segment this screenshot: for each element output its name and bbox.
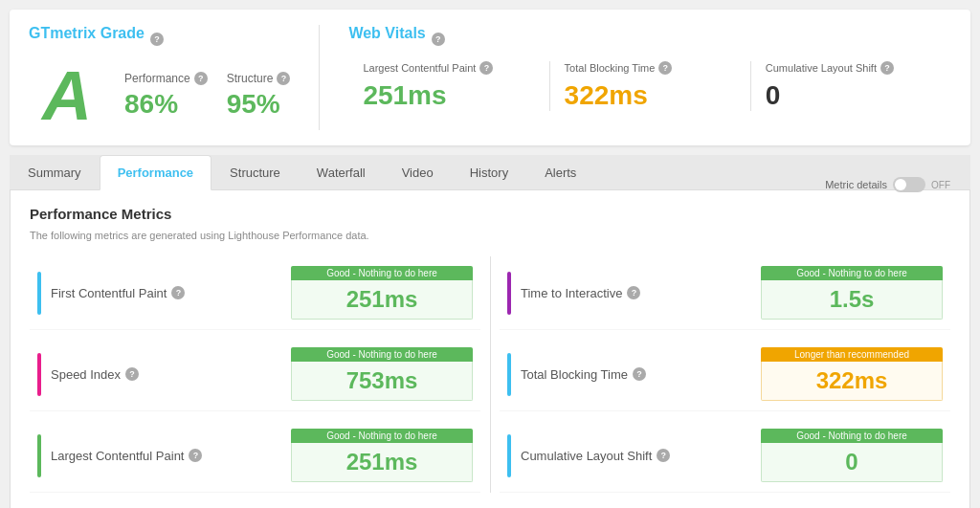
performance-value: 86% [124,89,178,120]
structure-metric: Structure ? 95% [227,72,291,120]
right-metrics-col: Time to Interactive ? Good - Nothing to … [500,256,950,493]
lcp-value-box: Good - Nothing to do here 251ms [291,429,473,482]
performance-metric: Performance ? 86% [124,72,208,120]
tti-bar [507,272,511,315]
tab-alerts[interactable]: Alerts [526,155,594,190]
grade-metrics: Performance ? 86% Structure ? 95% [124,72,290,120]
grade-value: A [29,61,105,130]
toggle-switch[interactable] [893,177,925,192]
top-metrics-section: GTmetrix Grade ? A Performance ? 86% [10,10,970,145]
main-content: Performance Metrics Metric details OFF T… [10,190,970,508]
si-row: Speed Index ? Good - Nothing to do here … [30,338,480,411]
web-vitals-title: Web Vitals [348,25,425,42]
lcp-value: 251ms [363,80,534,111]
tbt-value-box: Longer than recommended 322ms [761,347,943,401]
si-name: Speed Index ? [51,367,291,382]
fcp-bar [37,272,41,315]
tbt-bar [507,353,511,396]
metrics-grid: First Contentful Paint ? Good - Nothing … [30,256,950,493]
left-metrics-col: First Contentful Paint ? Good - Nothing … [30,256,480,493]
si-info-icon[interactable]: ? [125,367,139,381]
performance-info-icon[interactable]: ? [194,72,208,85]
fcp-badge: Good - Nothing to do here [291,266,473,280]
lcp-row-name: Largest Contentful Paint ? [51,449,291,463]
gtmetrix-info-icon[interactable]: ? [150,33,164,46]
cls-value-box: Good - Nothing to do here 0 [761,429,943,482]
web-vitals-info-icon[interactable]: ? [432,33,445,46]
si-value-box: Good - Nothing to do here 753ms [291,347,473,401]
toggle-knob [895,179,906,190]
tti-badge: Good - Nothing to do here [761,266,943,280]
tbt-row-info-icon[interactable]: ? [633,367,646,381]
performance-metrics-title: Performance Metrics [30,206,171,222]
tbt-info-icon[interactable]: ? [658,61,672,75]
structure-label: Structure ? [227,72,291,85]
structure-value: 95% [227,89,280,120]
lcp-info-icon[interactable]: ? [479,61,493,75]
metric-details-label: Metric details [825,179,887,190]
tbt-badge: Longer than recommended [761,347,943,362]
gtmetrix-title: GTmetrix Grade [29,25,145,42]
tti-row: Time to Interactive ? Good - Nothing to … [500,256,950,330]
tbt-label: Total Blocking Time ? [565,61,736,75]
gtmetrix-grade-section: GTmetrix Grade ? A Performance ? 86% [29,25,320,130]
cls-value: 0 [766,80,937,111]
structure-info-icon[interactable]: ? [277,72,290,85]
cls-badge: Good - Nothing to do here [761,429,943,443]
lcp-vital: Largest Contentful Paint ? 251ms [348,61,549,111]
tbt-result: 322ms [761,362,943,401]
cls-row-info-icon[interactable]: ? [657,449,670,462]
tbt-vital: Total Blocking Time ? 322ms [550,61,751,111]
tab-video[interactable]: Video [384,155,452,190]
fcp-value-box: Good - Nothing to do here 251ms [291,266,473,320]
lcp-result: 251ms [291,443,473,482]
fcp-row: First Contentful Paint ? Good - Nothing … [30,256,480,330]
metric-details-toggle[interactable]: Metric details OFF [825,177,950,192]
lcp-label: Largest Contentful Paint ? [363,61,534,75]
tti-result: 1.5s [761,280,943,320]
tti-value-box: Good - Nothing to do here 1.5s [761,266,943,320]
col-divider [490,256,491,493]
tbt-value: 322ms [565,80,736,111]
lcp-bar [37,434,41,477]
cls-vital: Cumulative Layout Shift ? 0 [751,61,951,111]
lcp-row: Largest Contentful Paint ? Good - Nothin… [30,419,480,493]
lcp-row-info-icon[interactable]: ? [189,449,202,462]
performance-label: Performance ? [124,72,208,85]
tab-history[interactable]: History [452,155,526,190]
tab-structure[interactable]: Structure [212,155,299,190]
cls-info-icon[interactable]: ? [880,61,894,75]
cls-bar [507,434,511,477]
tbt-row-name: Total Blocking Time ? [521,367,761,382]
si-bar [37,353,41,396]
tbt-row: Total Blocking Time ? Longer than recomm… [500,338,950,411]
cls-row: Cumulative Layout Shift ? Good - Nothing… [500,419,950,493]
tti-name: Time to Interactive ? [521,286,761,300]
si-badge: Good - Nothing to do here [291,347,473,362]
tab-waterfall[interactable]: Waterfall [299,155,384,190]
cls-row-name: Cumulative Layout Shift ? [521,449,761,463]
fcp-name: First Contentful Paint ? [51,286,291,300]
tab-performance[interactable]: Performance [100,155,212,190]
fcp-info-icon[interactable]: ? [171,286,185,299]
toggle-label: OFF [931,180,950,190]
cls-label: Cumulative Layout Shift ? [766,61,937,75]
performance-subtitle: The following metrics are generated usin… [30,230,950,241]
tab-summary[interactable]: Summary [10,155,100,190]
si-result: 753ms [291,362,473,401]
fcp-result: 251ms [291,280,473,320]
cls-result: 0 [761,443,943,482]
lcp-badge: Good - Nothing to do here [291,429,473,443]
tti-info-icon[interactable]: ? [627,286,640,299]
web-vitals-section: Web Vitals ? Largest Contentful Paint ? … [320,25,951,130]
